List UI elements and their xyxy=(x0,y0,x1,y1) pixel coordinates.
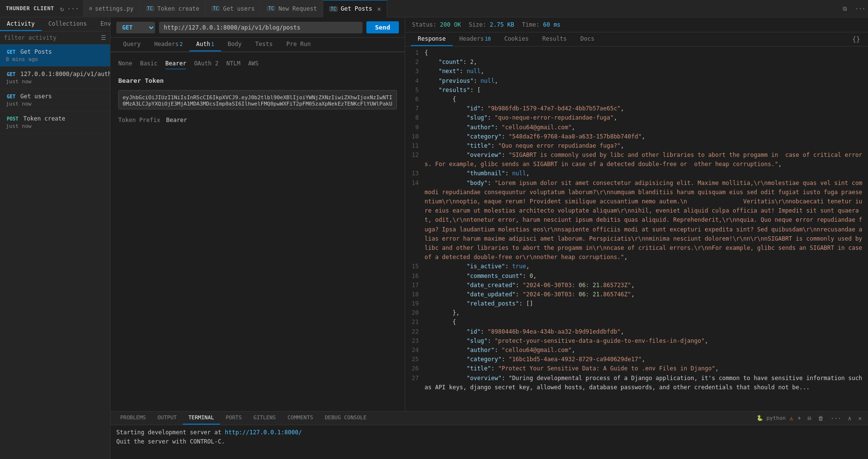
activity-item[interactable]: POST Token create just now xyxy=(0,111,110,134)
json-line: 22 "id": "8980446b-94ea-434b-aa32-b9d91e… xyxy=(405,327,868,337)
line-content: "id": "9b986fdb-1579-47e7-bd42-4bb7b57ae… xyxy=(425,104,868,113)
activity-item[interactable]: GET Get users just now xyxy=(0,89,110,111)
term-tab-comments[interactable]: COMMENTS xyxy=(282,412,319,425)
line-content: "date_updated": "2024-06-30T03: 06: 21.8… xyxy=(425,290,868,299)
line-content: "previous": null, xyxy=(425,76,868,86)
auth-ntlm[interactable]: NTLM xyxy=(226,58,240,69)
filter-icon: ☰ xyxy=(101,34,106,41)
resp-tab-response[interactable]: Response xyxy=(411,32,453,46)
line-content: }, xyxy=(425,308,868,318)
activity-item[interactable]: GET 127.0.0.1:8000/api/v1/auth/us... jus… xyxy=(0,67,110,89)
json-view: 1{2 "count": 2,3 "next": null,4 "previou… xyxy=(405,46,868,411)
json-line: 1{ xyxy=(405,48,868,58)
json-line: 4 "previous": null, xyxy=(405,76,868,86)
line-content: "overview": "During developmental proces… xyxy=(425,374,868,392)
method-badge: GET xyxy=(5,93,17,100)
sidebar-nav-activity[interactable]: Activity xyxy=(0,17,42,31)
resp-tab-results[interactable]: Results xyxy=(536,32,574,46)
more-icon[interactable]: ··· xyxy=(67,5,79,13)
top-bar: THUNDER CLIENT ↻ ··· ⚙settings.pyTCToken… xyxy=(0,0,868,17)
curly-braces-icon[interactable]: {} xyxy=(852,35,860,43)
json-line: 15 "is_active": true, xyxy=(405,262,868,271)
line-content: "comments_count": 0, xyxy=(425,272,868,281)
tab-new-request[interactable]: TCNew Request xyxy=(261,0,323,17)
line-content: "count": 2, xyxy=(425,58,868,67)
line-content: { xyxy=(425,318,868,327)
method-select[interactable]: GET POST PUT DELETE xyxy=(116,22,155,33)
line-number: 6 xyxy=(405,95,425,104)
req-tab-tests[interactable]: Tests xyxy=(249,38,280,51)
line-content: "title": "Protect Your Sensitive Data: A… xyxy=(425,364,868,373)
activity-item[interactable]: GET Get Posts 8 mins ago xyxy=(0,45,110,67)
tab-get-users[interactable]: TCGet users xyxy=(205,0,261,17)
line-content: "related_posts": [] xyxy=(425,299,868,308)
more-options-icon[interactable]: ··· xyxy=(852,0,868,17)
line-content: "body": "Lorem ipsum dolor sit amet cons… xyxy=(425,179,868,262)
main-layout: Activity Collections Env ☰ GET Get Posts… xyxy=(0,17,868,459)
split-editor-icon[interactable]: ⧉ xyxy=(837,0,852,17)
line-number: 19 xyxy=(405,299,425,308)
add-terminal-icon[interactable]: + xyxy=(795,414,803,423)
line-number: 25 xyxy=(405,355,425,364)
auth-area: None Basic Bearer OAuth 2 NTLM AWS Beare… xyxy=(110,52,405,129)
activity-time: just now xyxy=(5,101,105,107)
status-ok-text: 200 OK xyxy=(440,21,461,28)
tab-token-create[interactable]: TCToken create xyxy=(140,0,206,17)
bearer-token-input[interactable]: eyJhbGciOiJIUzI1NiIsInR5cCI6IkpXVCJ9.eyJ… xyxy=(118,90,397,109)
term-tab-debug[interactable]: DEBUG CONSOLE xyxy=(319,412,372,425)
method-badge: GET xyxy=(5,49,17,55)
title-icons: ↻ ··· xyxy=(60,5,79,13)
resp-tab-headers[interactable]: Headers10 xyxy=(453,32,498,46)
term-tab-terminal[interactable]: TERMINAL xyxy=(183,412,220,425)
response-panel: Status: 200 OK Size: 2.75 KB Time: 60 ms… xyxy=(405,17,868,411)
tab-badge: TC xyxy=(267,6,275,11)
tab-settings[interactable]: ⚙settings.py xyxy=(83,0,140,17)
split-terminal-icon[interactable]: ⊟ xyxy=(805,414,814,423)
line-content: "author": "cellou64@gmail.com", xyxy=(425,346,868,355)
auth-bearer[interactable]: Bearer xyxy=(165,58,186,69)
sidebar-nav-collections[interactable]: Collections xyxy=(42,17,94,31)
term-tab-problems[interactable]: PROBLEMS xyxy=(114,412,152,425)
more-terminal-icon[interactable]: ··· xyxy=(828,414,844,423)
req-tab-body[interactable]: Body xyxy=(221,38,249,51)
filter-input[interactable] xyxy=(4,34,99,41)
json-line: 14 "body": "Lorem ipsum dolor sit amet c… xyxy=(405,179,868,262)
activity-name: Get users xyxy=(20,93,52,100)
tab-label: New Request xyxy=(278,5,316,12)
response-size: Size: 2.75 KB xyxy=(469,21,514,28)
json-line: 3 "next": null, xyxy=(405,67,868,76)
url-input[interactable] xyxy=(159,22,363,33)
resp-tab-cookies[interactable]: Cookies xyxy=(497,32,536,46)
activity-list: GET Get Posts 8 mins ago GET 127.0.0.1:8… xyxy=(0,45,110,459)
req-tab-query[interactable]: Query xyxy=(116,38,147,51)
auth-oauth2[interactable]: OAuth 2 xyxy=(194,58,219,69)
activity-time: just now xyxy=(5,78,105,85)
trash-icon[interactable]: 🗑 xyxy=(816,414,826,423)
req-tab-auth[interactable]: Auth1 xyxy=(189,38,221,51)
line-content: "title": "Quo neque error repudiandae fu… xyxy=(425,141,868,151)
send-button[interactable]: Send xyxy=(366,21,399,33)
term-tab-output[interactable]: OUTPUT xyxy=(152,412,183,425)
line-number: 17 xyxy=(405,281,425,290)
req-tab-headers[interactable]: Headers2 xyxy=(147,38,189,51)
auth-none[interactable]: None xyxy=(118,58,132,69)
tab-close-icon[interactable]: ✕ xyxy=(377,5,381,13)
term-tab-ports[interactable]: PORTS xyxy=(220,412,248,425)
json-line: 12 "overview": "SIGABRT is commonly used… xyxy=(405,151,868,169)
tab-get-posts[interactable]: TCGet Posts✕ xyxy=(323,0,388,17)
chevron-up-icon[interactable]: ∧ xyxy=(846,414,854,423)
line-number: 1 xyxy=(405,48,425,58)
tab-badge: TC xyxy=(146,6,155,11)
terminal-content: Starting development server at http://12… xyxy=(110,425,868,459)
req-tab-prerun[interactable]: Pre Run xyxy=(280,38,318,51)
line-number: 21 xyxy=(405,318,425,327)
refresh-icon[interactable]: ↻ xyxy=(60,5,64,13)
line-content: { xyxy=(425,95,868,104)
close-terminal-icon[interactable]: ✕ xyxy=(856,414,864,423)
line-content: { xyxy=(425,48,868,58)
auth-basic[interactable]: Basic xyxy=(140,58,158,69)
tabs-bar: ⚙settings.pyTCToken createTCGet usersTCN… xyxy=(83,0,837,17)
auth-aws[interactable]: AWS xyxy=(248,58,259,69)
term-tab-gitlens[interactable]: GITLENS xyxy=(248,412,282,425)
resp-tab-docs[interactable]: Docs xyxy=(574,32,601,46)
